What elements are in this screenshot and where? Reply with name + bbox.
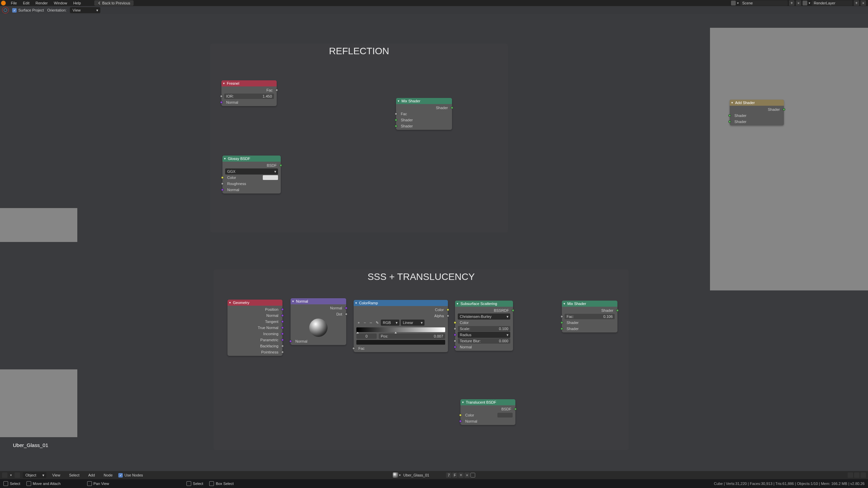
normal-dot-out[interactable]: Dot <box>291 311 346 317</box>
translucent-color-input[interactable]: Color <box>460 412 515 418</box>
translucent-out[interactable]: BSDF <box>460 406 515 412</box>
frame-sss[interactable]: SSS + TRANSLUCENCY <box>214 269 629 450</box>
mode-dropdown[interactable]: Object <box>23 472 46 478</box>
geo-parametric-out[interactable]: Parametric <box>228 337 282 343</box>
mix2-s2-input[interactable]: Shader <box>562 326 617 332</box>
geo-incoming-out[interactable]: Incoming <box>228 331 282 337</box>
layer-delete-button[interactable]: × <box>861 0 866 6</box>
translucent-normal-input[interactable]: Normal <box>460 418 515 424</box>
colorramp-color-out[interactable]: Color <box>354 307 448 313</box>
menu-file[interactable]: File <box>8 0 20 6</box>
addshader-output[interactable]: Shader <box>730 106 784 113</box>
shading-icon[interactable] <box>854 472 860 478</box>
mix1-shader2-input[interactable]: Shader <box>396 123 452 129</box>
scene-name-input[interactable]: Scene <box>740 0 788 6</box>
ramp-add-stop[interactable]: + <box>356 320 361 325</box>
normal-out[interactable]: Normal <box>291 305 346 311</box>
material-browse-dropdown[interactable]: ▾ <box>399 473 401 477</box>
addshader-s2-input[interactable]: Shader <box>730 119 784 125</box>
colorramp-header[interactable]: ColorRamp <box>354 300 448 306</box>
mix1-shader1-input[interactable]: Shader <box>396 117 452 123</box>
sss-radius-dropdown[interactable]: Radius <box>458 332 510 338</box>
node-geometry[interactable]: Geometry Position Normal Tangent True No… <box>228 300 282 356</box>
editor-type-dropdown-icon[interactable]: ▾ <box>10 473 12 477</box>
colorramp-alpha-out[interactable]: Alpha <box>354 313 448 319</box>
sss-method-dropdown[interactable]: Christensen-Burley <box>458 313 510 320</box>
node-add-shader[interactable]: Add Shader Shader Shader Shader <box>730 100 784 125</box>
renderlayer-input[interactable]: RenderLayer <box>812 0 852 6</box>
geo-backfacing-out[interactable]: Backfacing <box>228 343 282 349</box>
material-users-button[interactable]: 7 <box>446 472 452 478</box>
mix1-fac-input[interactable]: Fac <box>396 111 452 117</box>
ramp-colormode-dropdown[interactable]: RGB <box>381 320 399 326</box>
annotation-tool-icon[interactable] <box>2 7 9 14</box>
mix2-s1-input[interactable]: Shader <box>562 320 617 326</box>
offscreen-panel-left-2[interactable] <box>0 369 77 437</box>
fresnel-normal-input[interactable]: Normal <box>221 99 277 105</box>
bottommenu-node[interactable]: Node <box>101 472 116 478</box>
editor-type-icon[interactable] <box>2 472 7 478</box>
ramp-gradient[interactable] <box>356 327 445 332</box>
ramp-stop-color[interactable] <box>356 340 445 345</box>
sss-header[interactable]: Subsurface Scattering <box>455 301 513 307</box>
node-normal[interactable]: Normal Normal Dot Normal <box>291 298 346 345</box>
node-translucent[interactable]: Translucent BSDF BSDF Color Normal <box>460 399 515 425</box>
material-fakeuser-button[interactable]: F <box>452 472 458 478</box>
glossy-roughness-input[interactable]: Roughness <box>222 181 281 187</box>
menu-edit[interactable]: Edit <box>20 0 33 6</box>
scene-delete-button[interactable]: × <box>796 0 801 6</box>
bottommenu-view[interactable]: View <box>49 472 63 478</box>
offscreen-panel-left-1[interactable] <box>0 208 77 242</box>
material-pin-icon[interactable] <box>471 473 475 477</box>
glossy-color-input[interactable]: Color <box>222 175 281 181</box>
colorramp-fac-input[interactable]: Fac <box>354 345 448 351</box>
geo-normal-out[interactable]: Normal <box>228 312 282 319</box>
node-fresnel[interactable]: Fresnel Fac IOR:1.450 Normal <box>221 80 277 106</box>
bottommenu-select[interactable]: Select <box>66 472 83 478</box>
sss-out[interactable]: BSSRDF <box>455 307 513 313</box>
normal-direction-sphere[interactable] <box>309 319 328 337</box>
normal-in[interactable]: Normal <box>291 338 346 344</box>
ramp-interp-dropdown[interactable]: Linear <box>401 320 425 326</box>
geometry-header[interactable]: Geometry <box>228 300 282 306</box>
sss-blur-field[interactable]: Texture Blur:0.000 <box>458 338 510 344</box>
sss-scale-field[interactable]: Scale:0.100 <box>458 326 510 331</box>
geo-position-out[interactable]: Position <box>228 306 282 312</box>
geo-truenormal-out[interactable]: True Normal <box>228 325 282 331</box>
menu-render[interactable]: Render <box>33 0 51 6</box>
node-mix-shader-1[interactable]: Mix Shader Shader Fac Shader Shader <box>396 98 452 130</box>
layer-new-button[interactable]: + <box>854 0 859 6</box>
sss-color-input[interactable]: Color <box>455 320 513 326</box>
node-mix-shader-2[interactable]: Mix Shader Shader Fac:0.106 Shader Shade… <box>562 301 617 332</box>
frame-reflection[interactable]: REFLECTION <box>210 44 508 232</box>
ramp-index-field[interactable]: 0 <box>356 333 377 339</box>
scene-icon[interactable] <box>731 1 736 5</box>
ramp-eyedropper-icon[interactable]: ✎ <box>375 320 379 325</box>
ramp-pos-field[interactable]: Pos:0.007 <box>379 333 445 339</box>
back-to-previous-button[interactable]: Back to Previous <box>94 0 134 6</box>
mix1-header[interactable]: Mix Shader <box>396 98 452 104</box>
fresnel-fac-output[interactable]: Fac <box>221 87 277 93</box>
orientation-dropdown[interactable]: View <box>70 7 100 13</box>
glossy-bsdf-output[interactable]: BSDF <box>222 162 281 168</box>
fresnel-ior-field[interactable]: IOR:1.450 <box>224 94 274 99</box>
material-sphere-icon[interactable] <box>393 472 398 478</box>
material-new-button[interactable]: + <box>458 472 464 478</box>
mix1-shader-output[interactable]: Shader <box>396 105 452 111</box>
layer-dropdown-icon[interactable]: ▾ <box>809 1 810 5</box>
glossy-distribution-dropdown[interactable]: GGX <box>225 168 278 175</box>
node-colorramp[interactable]: ColorRamp Color Alpha + − ↔ ✎ RGB Linear… <box>354 300 448 352</box>
translucent-header[interactable]: Translucent BSDF <box>460 399 515 405</box>
material-unlink-button[interactable]: × <box>465 472 470 478</box>
node-glossy-bsdf[interactable]: Glossy BSDF BSDF GGX Color Roughness Nor… <box>222 156 281 194</box>
scene-dropdown-icon[interactable]: ▾ <box>737 1 739 5</box>
node-sss[interactable]: Subsurface Scattering BSSRDF Christensen… <box>455 301 513 351</box>
object-mode-icon[interactable] <box>15 472 20 478</box>
use-nodes-checkbox[interactable] <box>118 473 123 477</box>
node-editor-canvas[interactable]: REFLECTION Fresnel Fac IOR:1.450 Normal … <box>0 14 868 471</box>
backdrop-icon[interactable] <box>848 472 853 478</box>
fresnel-header[interactable]: Fresnel <box>221 80 277 86</box>
renderlayer-icon[interactable] <box>803 1 807 5</box>
addshader-s1-input[interactable]: Shader <box>730 113 784 119</box>
ramp-del-stop[interactable]: − <box>362 320 367 325</box>
